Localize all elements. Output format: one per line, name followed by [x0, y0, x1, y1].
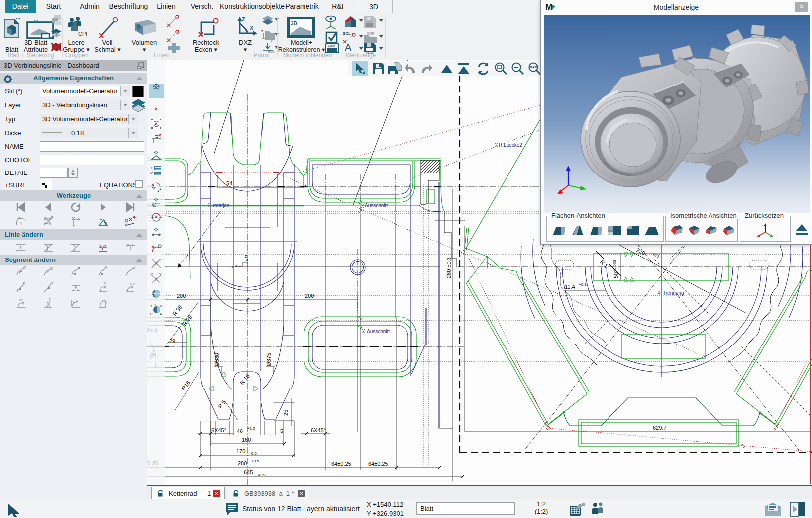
svg-text:-0.5: -0.5	[258, 473, 265, 477]
svg-text:R 1: R 1	[599, 259, 609, 269]
svg-text:+0.3: +0.3	[579, 282, 587, 287]
svg-text:R: R	[150, 312, 153, 316]
svg-text:29: 29	[169, 338, 175, 344]
svg-text:...: ...	[49, 241, 52, 245]
svg-text:VALID: VALID	[328, 44, 335, 47]
svg-text:DXF: DXF	[367, 19, 373, 22]
svg-text:...: ...	[130, 215, 133, 218]
svg-text:DXF: DXF	[367, 32, 374, 35]
svg-text:170: 170	[236, 448, 245, 454]
svg-text:Y: Y	[150, 171, 153, 175]
svg-text:?: ?	[48, 297, 51, 302]
svg-text:z: z	[245, 254, 247, 259]
svg-text:CPL: CPL	[78, 31, 87, 37]
svg-text:Ausschnitt: Ausschnitt	[365, 203, 388, 208]
svg-text:X: X	[151, 273, 153, 276]
svg-text:R 38: R 38	[171, 304, 183, 317]
svg-text:1.: 1.	[20, 221, 24, 226]
svg-text:R.Lüecke2: R.Lüecke2	[499, 142, 522, 148]
svg-text:3D: 3D	[291, 21, 297, 26]
svg-text:-0.5: -0.5	[250, 451, 257, 456]
svg-text:+0.5: +0.5	[251, 459, 259, 463]
svg-text:280 ±0,3: 280 ±0,3	[446, 257, 452, 278]
svg-text:629.7: 629.7	[653, 425, 667, 431]
svg-text:160: 160	[242, 437, 251, 443]
svg-text:50: 50	[613, 272, 619, 278]
svg-text:X: X	[150, 166, 153, 170]
svg-text:25: 25	[283, 410, 289, 416]
svg-text:6X45°: 6X45°	[311, 427, 326, 433]
svg-text:11.4: 11.4	[565, 284, 575, 290]
svg-text:200: 200	[305, 293, 314, 299]
svg-text:?: ?	[103, 281, 106, 286]
svg-text:280: 280	[238, 460, 247, 466]
svg-text:Ausschnitt: Ausschnitt	[367, 329, 390, 334]
svg-text:645: 645	[244, 469, 253, 475]
svg-text:R 16: R 16	[239, 373, 251, 386]
svg-text:NAME: NAME	[530, 65, 540, 69]
svg-text:R 5: R 5	[217, 399, 227, 409]
svg-text:V: V	[160, 304, 162, 308]
svg-text:x: x	[231, 264, 234, 269]
svg-text:A: A	[160, 312, 162, 316]
svg-text:54: 54	[226, 180, 232, 186]
svg-text:...: ...	[9, 74, 12, 77]
svg-text:+0.063: +0.063	[612, 260, 617, 272]
svg-text:Trennung: Trennung	[663, 290, 684, 296]
svg-text:64±0.25: 64±0.25	[368, 461, 388, 467]
svg-text:x: x	[158, 213, 159, 216]
svg-text:200: 200	[177, 293, 186, 299]
svg-text:...: ...	[128, 266, 132, 270]
svg-text:R16: R16	[180, 380, 191, 391]
svg-text:+1 0: +1 0	[247, 426, 255, 431]
svg-text:x2: x2	[19, 298, 23, 302]
svg-text:6X45°: 6X45°	[211, 427, 226, 433]
svg-text:...: ...	[34, 17, 38, 22]
svg-text:220: 220	[635, 247, 646, 256]
svg-text:46: 46	[237, 428, 243, 434]
svg-text:z: z	[261, 29, 263, 33]
svg-text:Ø375: Ø375	[266, 353, 272, 366]
svg-text:Y: Y	[159, 273, 162, 276]
svg-text:?: ?	[55, 32, 58, 37]
svg-text:Y: Y	[154, 303, 157, 307]
svg-text:A: A	[345, 42, 352, 53]
svg-text:...: ...	[104, 215, 107, 219]
svg-text:...: ...	[154, 164, 157, 167]
svg-text:Ø380: Ø380	[214, 353, 220, 366]
svg-text:64±0.25: 64±0.25	[331, 461, 351, 467]
svg-text:SCL: SCL	[343, 31, 351, 36]
svg-text:1/2: 1/2	[129, 282, 135, 286]
svg-text:X: X	[150, 304, 153, 308]
svg-text:Z: Z	[242, 16, 245, 22]
svg-text:5: 5	[280, 428, 283, 434]
svg-text:rotation: rotation	[213, 203, 229, 208]
svg-text:X: X	[250, 25, 254, 31]
svg-text:...: ...	[16, 16, 20, 20]
